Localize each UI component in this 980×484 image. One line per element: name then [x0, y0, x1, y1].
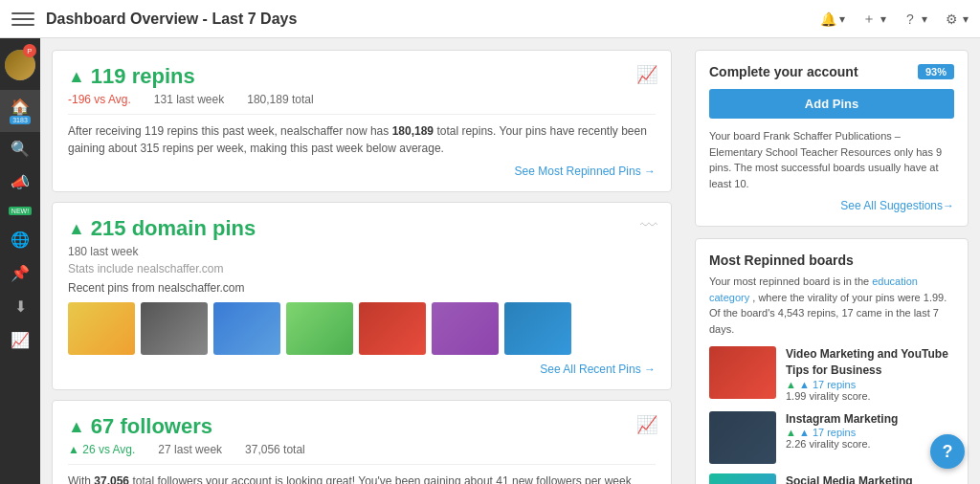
followers-up-arrow-icon: ▲ [68, 417, 85, 437]
sidebar: P 🏠 3183 🔍 📣 NEW! 🌐 📌 ⬇ 📈 [0, 38, 40, 484]
sidebar-item-avatar[interactable]: P [0, 42, 40, 90]
board-repins-1: ▲ ▲ 17 repins [786, 379, 954, 390]
repins-total: 180,189 total [247, 93, 313, 106]
domain-subtitle: 180 last week [68, 245, 656, 258]
domain-chart-icon: 〰 [640, 216, 657, 236]
bell-button[interactable]: 🔔 ▾ [819, 11, 845, 28]
repins-title: ▲ 119 repins [68, 64, 656, 89]
board-thumb-2 [709, 411, 776, 464]
progress-bar: 93% [918, 64, 954, 79]
analytics-icon: 📈 [11, 331, 30, 349]
followers-subtitle: ▲ 26 vs Avg. 27 last week 37,056 total [68, 443, 656, 456]
megaphone-icon: 📣 [11, 173, 30, 191]
bell-chevron: ▾ [839, 12, 845, 26]
board-info-1: Video Marketing and YouTube Tips for Bus… [786, 346, 954, 402]
followers-card: 📈 ▲ 67 followers ▲ 26 vs Avg. 27 last we… [52, 400, 672, 484]
add-pins-button[interactable]: Add Pins [709, 89, 954, 119]
question-chevron: ▾ [922, 12, 927, 26]
bell-icon: 🔔 [819, 11, 836, 28]
see-all-suggestions-link[interactable]: See All Suggestions→ [709, 199, 954, 212]
repins-body: After receiving 119 repins this past wee… [68, 122, 656, 157]
page-title: Dashboard Overview - Last 7 Days [46, 11, 819, 28]
pins-row [68, 302, 656, 355]
sidebar-item-filter[interactable]: ⬇ [0, 290, 40, 323]
recent-pins-label: Recent pins from nealschaffer.com [68, 281, 656, 295]
repins-card: 📈 ▲ 119 repins -196 vs Avg. 131 last wee… [52, 50, 672, 192]
board-item-3: Social Media Marketing ▲ ▲ 17 repins 1.7… [709, 473, 954, 484]
board-repins-2: ▲ ▲ 17 repins [786, 427, 954, 438]
filter-icon: ⬇ [14, 297, 27, 316]
most-repinned-card: Most Repinned boards Your most repinned … [695, 238, 969, 484]
board-name-2: Instagram Marketing [786, 411, 954, 428]
chart-icon: 📈 [636, 64, 657, 85]
pin-thumb-7 [504, 302, 571, 355]
repinned-desc: Your most repinned board is in the educa… [709, 274, 954, 337]
plus-icon: ＋ [860, 11, 878, 28]
up-arrow-icon: ▲ [68, 67, 85, 87]
complete-account-card: Complete your account 93% Add Pins Your … [695, 50, 969, 227]
repins-last-week: 131 last week [154, 93, 224, 106]
gear-chevron: ▾ [963, 12, 969, 26]
home-badge: 3183 [10, 116, 31, 124]
board-name-1: Video Marketing and YouTube Tips for Bus… [786, 346, 954, 379]
gear-button[interactable]: ⚙ ▾ [943, 11, 969, 28]
followers-body: With 37,056 total followers your account… [68, 473, 656, 484]
sidebar-item-analytics[interactable]: 📈 [0, 323, 40, 357]
followers-vs-avg: ▲ 26 vs Avg. [68, 443, 135, 456]
question-button[interactable]: ? ▾ [902, 11, 927, 28]
board-info-3: Social Media Marketing ▲ ▲ 17 repins 1.7… [786, 473, 954, 484]
question-icon: ? [902, 11, 919, 28]
top-navigation: Dashboard Overview - Last 7 Days 🔔 ▾ ＋ ▾… [0, 0, 980, 38]
repins-link[interactable]: See Most Repinned Pins → [68, 165, 656, 178]
pin-thumb-1 [68, 302, 135, 355]
repins-vs-avg: -196 vs Avg. [68, 93, 131, 106]
domain-title: ▲ 215 domain pins [68, 216, 656, 241]
sidebar-item-globe[interactable]: 🌐 [0, 223, 40, 256]
pinterest-icon: 📌 [11, 264, 30, 282]
new-badge: NEW! [9, 207, 32, 215]
board-virality-2: 2.26 virality score. [786, 438, 954, 450]
home-icon: 🏠 [11, 98, 30, 116]
gear-icon: ⚙ [943, 11, 960, 28]
right-panel: Complete your account 93% Add Pins Your … [683, 38, 980, 484]
board-thumb-1 [709, 346, 776, 399]
globe-icon: 🌐 [11, 231, 30, 249]
board-virality-1: 1.99 virality score. [786, 390, 954, 402]
domain-last-week: 180 last week [68, 245, 138, 258]
plus-chevron: ▾ [880, 12, 886, 26]
pin-thumb-5 [359, 302, 426, 355]
repinned-title: Most Repinned boards [709, 253, 954, 268]
search-icon: 🔍 [11, 140, 30, 158]
avatar-badge: P [23, 44, 36, 57]
main-content: 📈 ▲ 119 repins -196 vs Avg. 131 last wee… [40, 38, 683, 484]
complete-body-text: Your board Frank Schaffer Publications –… [709, 128, 954, 191]
board-item-1: Video Marketing and YouTube Tips for Bus… [709, 346, 954, 402]
sidebar-item-megaphone[interactable]: 📣 [0, 165, 40, 199]
hamburger-menu[interactable] [11, 8, 34, 31]
pin-thumb-6 [432, 302, 499, 355]
board-name-3: Social Media Marketing [786, 473, 954, 484]
board-item-2: Instagram Marketing ▲ ▲ 17 repins 2.26 v… [709, 411, 954, 464]
repins-subtitle: -196 vs Avg. 131 last week 180,189 total [68, 93, 656, 106]
pin-thumb-4 [286, 302, 353, 355]
followers-last-week: 27 last week [158, 443, 222, 456]
sidebar-item-pinterest[interactable]: 📌 [0, 256, 40, 290]
nav-icons: 🔔 ▾ ＋ ▾ ? ▾ ⚙ ▾ [819, 11, 969, 28]
pin-thumb-3 [213, 302, 280, 355]
sidebar-item-new[interactable]: NEW! [0, 199, 40, 223]
complete-title: Complete your account [709, 64, 858, 79]
followers-total: 37,056 total [245, 443, 305, 456]
domain-link[interactable]: See All Recent Pins → [68, 363, 656, 376]
sidebar-item-search[interactable]: 🔍 [0, 132, 40, 165]
sidebar-item-home[interactable]: 🏠 3183 [0, 90, 40, 132]
plus-button[interactable]: ＋ ▾ [860, 11, 886, 28]
followers-title: ▲ 67 followers [68, 414, 656, 439]
pin-thumb-2 [141, 302, 208, 355]
domain-pins-card: 〰 ▲ 215 domain pins 180 last week Stats … [52, 202, 672, 390]
complete-header: Complete your account 93% [709, 64, 954, 79]
domain-up-arrow-icon: ▲ [68, 219, 85, 239]
help-button[interactable]: ? [930, 434, 965, 469]
board-info-2: Instagram Marketing ▲ ▲ 17 repins 2.26 v… [786, 411, 954, 451]
board-thumb-3 [709, 473, 776, 484]
pins-stats-note: Stats include nealschaffer.com [68, 262, 656, 275]
